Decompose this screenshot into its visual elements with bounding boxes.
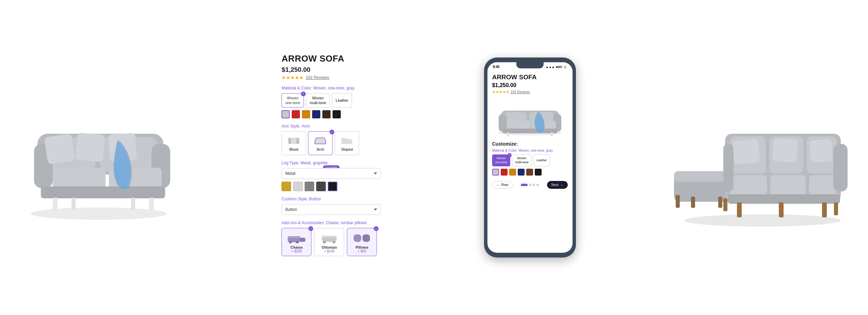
svg-rect-27 (333, 241, 335, 243)
svg-rect-9 (44, 134, 75, 164)
swatch-red[interactable] (292, 110, 300, 118)
phone-swatch-gray[interactable] (492, 169, 499, 176)
addon-chaise[interactable]: ✓ Chaise + $200 (282, 228, 311, 256)
phone-sofa-image (492, 97, 568, 138)
phone-swatch-red[interactable] (501, 169, 508, 176)
arm-block[interactable]: Block (282, 131, 306, 155)
material-woven-multi[interactable]: Wovenmulti-tone (306, 93, 330, 108)
svg-rect-13 (149, 198, 154, 211)
phone-dot-1 (521, 184, 528, 186)
svg-rect-64 (809, 139, 833, 162)
svg-rect-52 (770, 175, 806, 196)
phone-swatch-navy[interactable] (518, 169, 525, 176)
phone-nav: ← Prev Next → (492, 180, 568, 190)
cushion-label: Cushion Style: Button (282, 197, 381, 201)
cushion-section: Cushion Style: Button Button Tufted Plai… (282, 197, 381, 215)
swatch-black[interactable] (333, 110, 341, 118)
svg-rect-56 (723, 144, 734, 192)
leg-swatch-black[interactable] (328, 182, 337, 191)
phone-next-button[interactable]: Next → (547, 181, 568, 189)
material-label: Material & Color: Woven, one-tone, gray (282, 86, 381, 90)
ottoman-name: Ottoman (317, 245, 342, 249)
chaise-check: ✓ (308, 226, 313, 231)
swatch-darkbrown[interactable] (322, 110, 331, 118)
svg-rect-14 (71, 198, 76, 210)
svg-point-0 (31, 208, 167, 220)
arch-check: ✓ (329, 130, 334, 134)
svg-rect-59 (822, 202, 827, 217)
svg-rect-55 (833, 144, 848, 192)
material-leather[interactable]: Leather (332, 93, 352, 108)
svg-rect-40 (550, 132, 553, 136)
svg-rect-43 (674, 171, 732, 182)
phone-icons: ▲▲▲ WiFi 🔋 (546, 65, 567, 69)
svg-rect-44 (676, 195, 680, 208)
svg-rect-23 (296, 241, 299, 243)
arm-section: Arm Style: Arch Block ✓ Arch Sloped (282, 124, 381, 155)
phone-screen: 9:45 ▲▲▲ WiFi 🔋 ARROW SOFA $1,250.00 ★★★… (487, 62, 573, 253)
svg-rect-51 (730, 175, 767, 196)
pillows-price: + $50 (349, 249, 374, 253)
svg-rect-29 (363, 234, 370, 242)
phone-material-label: Material & Color: Woven, one-tone, gray (492, 149, 568, 152)
phone-prev-button[interactable]: ← Prev (492, 181, 513, 189)
stars: ★★★★★ (282, 75, 304, 80)
main-container: ARROW SOFA $1,250.00 ★★★★★ 102 Reviews M… (0, 0, 868, 315)
arm-buttons: Block ✓ Arch Sloped (282, 131, 381, 155)
swatch-gray[interactable] (282, 110, 290, 118)
leg-swatches (282, 182, 381, 191)
phone-swatch-brown[interactable] (526, 169, 533, 176)
leg-swatch-gold[interactable] (282, 182, 291, 191)
arrow-left-icon: ← (497, 183, 500, 187)
chaise-name: Chaise (284, 245, 309, 249)
addon-pillows[interactable]: ✓ Pillows + $50 (347, 228, 377, 256)
phone-reviews-link[interactable]: 102 Reviews (511, 90, 530, 94)
arm-sloped[interactable]: Sloped (335, 131, 359, 155)
phone-wrapper: 9:45 ▲▲▲ WiFi 🔋 ARROW SOFA $1,250.00 ★★★… (479, 57, 581, 258)
arm-label: Arm Style: Arch (282, 124, 381, 129)
svg-rect-10 (76, 133, 105, 162)
addon-section: Add-ons & Accessories: Chaise, lumbar pi… (282, 220, 381, 256)
material-woven-one[interactable]: ✓ Wovenone-tone (282, 93, 304, 108)
phone-mat-woven-one[interactable]: ✓ Wovenone-tone (492, 154, 511, 166)
svg-rect-28 (354, 234, 361, 242)
phone-swatch-black[interactable] (535, 169, 542, 176)
addon-items: ✓ Chaise + $200 Ottoman + $100 ✓ Pillows… (282, 228, 381, 256)
arm-arch[interactable]: ✓ Arch (308, 131, 333, 155)
leg-swatch-gray[interactable] (305, 182, 314, 191)
svg-rect-54 (728, 194, 840, 204)
svg-rect-17 (288, 138, 291, 144)
svg-rect-45 (691, 197, 695, 208)
sofa-right-image (671, 86, 848, 229)
phone-material-buttons: ✓ Wovenone-tone Wovenmulti-tone Leather (492, 154, 568, 166)
svg-rect-21 (288, 236, 301, 238)
addon-ottoman[interactable]: Ottoman + $100 (314, 228, 344, 256)
svg-rect-25 (322, 236, 337, 238)
chaise-price: + $200 (284, 249, 309, 253)
leg-swatch-silver[interactable] (293, 182, 303, 191)
phone-dots (521, 184, 539, 186)
check-badge: ✓ (301, 92, 306, 96)
swatch-navy[interactable] (312, 110, 320, 118)
phone-mat-leather[interactable]: Leather (533, 154, 550, 166)
ottoman-price: + $100 (317, 249, 342, 253)
phone-swatch-orange[interactable] (509, 169, 516, 176)
reviews-link[interactable]: 102 Reviews (306, 75, 329, 80)
svg-point-41 (684, 214, 841, 227)
product-title: ARROW SOFA (282, 53, 381, 64)
leg-swatch-darkgray[interactable] (316, 182, 326, 191)
phone-dot-3 (533, 184, 535, 186)
svg-rect-38 (503, 129, 557, 133)
swatch-orange[interactable] (302, 110, 310, 118)
phone-customize-label: Customize: (492, 141, 568, 147)
phone-mat-woven-multi[interactable]: Wovenmulti-tone (512, 154, 532, 166)
svg-rect-63 (772, 138, 798, 163)
leg-dropdown[interactable]: Metal Wood Chrome (282, 168, 381, 179)
reviews-row: ★★★★★ 102 Reviews (282, 75, 381, 80)
product-price: $1,250.00 (282, 66, 381, 73)
svg-rect-8 (41, 186, 165, 198)
svg-rect-61 (723, 198, 727, 211)
cushion-dropdown[interactable]: Button Tufted Plain (282, 204, 381, 215)
svg-rect-57 (737, 202, 742, 217)
svg-rect-22 (289, 241, 292, 243)
